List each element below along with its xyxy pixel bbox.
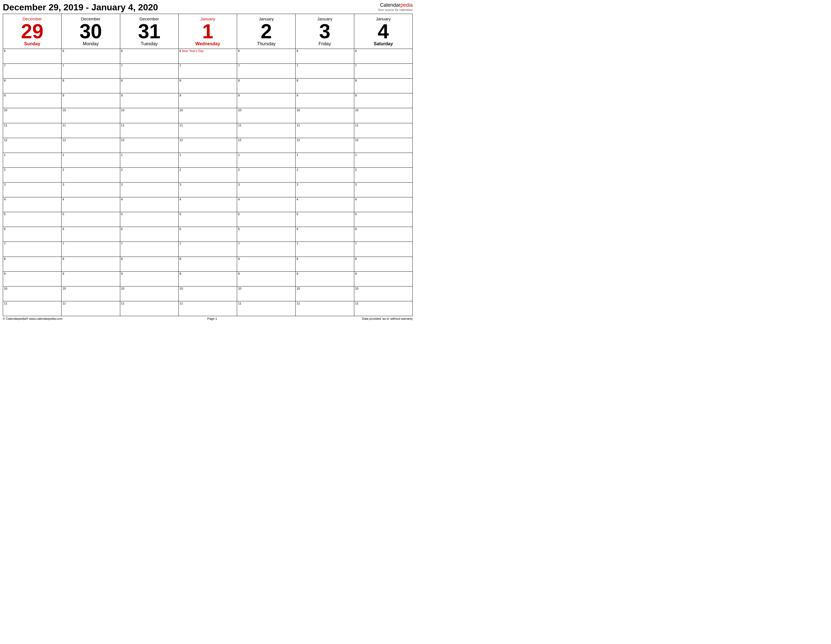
- time-row: 9999999: [3, 93, 413, 108]
- time-label: 3: [355, 183, 357, 186]
- time-cell-10-1: 4: [62, 197, 120, 212]
- day-name-5: Friday: [318, 41, 331, 46]
- time-label: 11: [296, 302, 300, 305]
- time-label: 2: [180, 168, 181, 171]
- time-cell-14-2: 8: [120, 257, 178, 271]
- day-number-0: 29: [21, 21, 43, 41]
- time-label: 5: [4, 212, 6, 216]
- time-label: 6: [296, 49, 298, 52]
- time-label: 12: [180, 138, 183, 142]
- time-label: 1: [62, 153, 64, 156]
- time-label: 7: [296, 242, 298, 245]
- time-cell-5-2: 11: [120, 123, 178, 138]
- time-label: 4: [355, 198, 357, 201]
- time-cell-3-0: 9: [3, 93, 62, 108]
- time-cell-11-6: 5: [354, 212, 412, 227]
- time-label: 10: [180, 287, 183, 290]
- time-cell-14-5: 8: [296, 257, 354, 271]
- time-cell-11-0: 5: [3, 212, 62, 227]
- time-label: 3: [238, 183, 240, 186]
- time-label: 9: [4, 94, 6, 97]
- time-row: 11111111111111: [3, 301, 413, 316]
- time-label: 6: [355, 49, 357, 52]
- time-label: 7: [296, 64, 298, 67]
- day-number-3: 1: [202, 21, 213, 41]
- time-cell-1-6: 7: [354, 64, 412, 78]
- time-cell-12-4: 6: [237, 227, 296, 242]
- time-label: 7: [121, 242, 123, 245]
- time-cell-5-0: 11: [3, 123, 62, 138]
- day-header-sunday: December29Sunday: [3, 14, 62, 49]
- time-cell-12-1: 6: [62, 227, 120, 242]
- time-label: 7: [180, 242, 181, 245]
- time-cell-17-4: 11: [237, 301, 296, 316]
- time-label: 8: [180, 257, 181, 261]
- time-row: 3333333: [3, 182, 413, 197]
- time-label: 1: [180, 153, 181, 156]
- time-cell-2-3: 8: [178, 78, 237, 93]
- time-label: 11: [62, 302, 66, 305]
- time-cell-16-1: 10: [62, 286, 120, 301]
- time-cell-4-6: 10: [354, 108, 412, 123]
- time-label: 11: [62, 124, 66, 127]
- time-label: 9: [180, 94, 181, 97]
- time-cell-10-2: 4: [120, 197, 178, 212]
- time-row: 1111111: [3, 153, 413, 167]
- time-cell-4-1: 10: [62, 108, 120, 123]
- time-cell-5-3: 11: [178, 123, 237, 138]
- time-label: 4: [62, 198, 64, 201]
- time-label: 2: [238, 168, 240, 171]
- time-label: 9: [121, 272, 123, 275]
- logo-calendar: Calendar: [380, 2, 400, 8]
- time-label: 12: [62, 138, 66, 142]
- time-cell-7-0: 1: [3, 153, 62, 167]
- time-cell-7-3: 1: [178, 153, 237, 167]
- time-cell-12-5: 6: [296, 227, 354, 242]
- time-cell-16-2: 10: [120, 286, 178, 301]
- time-label: 8: [62, 79, 64, 82]
- time-cell-8-1: 2: [62, 167, 120, 182]
- time-cell-15-1: 9: [62, 271, 120, 286]
- time-row: 8888888: [3, 78, 413, 93]
- time-label: 5: [121, 212, 123, 216]
- time-cell-1-0: 7: [3, 64, 62, 78]
- header: December 29, 2019 - January 4, 2020 Cale…: [3, 2, 413, 13]
- time-label: 8: [121, 257, 123, 261]
- time-label: 8: [4, 257, 6, 261]
- time-cell-0-1: 6: [62, 49, 120, 64]
- time-label: 10: [296, 108, 300, 112]
- time-label: 9: [238, 272, 240, 275]
- time-cell-6-1: 12: [62, 138, 120, 153]
- time-label: 2: [4, 168, 6, 171]
- time-label: 6: [180, 227, 181, 231]
- time-label: 1: [238, 153, 240, 156]
- time-label: 7: [355, 242, 357, 245]
- time-cell-12-2: 6: [120, 227, 178, 242]
- time-cell-2-0: 8: [3, 78, 62, 93]
- time-label: 9: [238, 94, 240, 97]
- time-label: 5: [355, 212, 357, 216]
- time-label: 6: [238, 49, 240, 52]
- time-cell-3-2: 9: [120, 93, 178, 108]
- time-label: 12: [296, 138, 300, 142]
- time-cell-8-2: 2: [120, 167, 178, 182]
- time-label: 6: [121, 49, 123, 52]
- day-header-monday: December30Monday: [62, 14, 120, 49]
- time-label: 3: [296, 183, 298, 186]
- day-number-2: 31: [138, 21, 161, 41]
- time-cell-12-6: 6: [354, 227, 412, 242]
- time-label: 10: [62, 108, 66, 112]
- time-label: 6: [238, 227, 240, 231]
- time-label: 10: [121, 108, 124, 112]
- time-cell-11-3: 5: [178, 212, 237, 227]
- time-cell-1-4: 7: [237, 64, 296, 78]
- time-label: 2: [121, 168, 123, 171]
- time-cell-15-3: 9: [178, 271, 237, 286]
- time-label: 7: [355, 64, 357, 67]
- time-row: 10101010101010: [3, 108, 413, 123]
- time-label: 8: [238, 257, 240, 261]
- time-cell-1-5: 7: [296, 64, 354, 78]
- time-cell-1-3: 7: [178, 64, 237, 78]
- logo-subtitle: Your source for calendars: [378, 8, 413, 11]
- time-label: 9: [62, 272, 64, 275]
